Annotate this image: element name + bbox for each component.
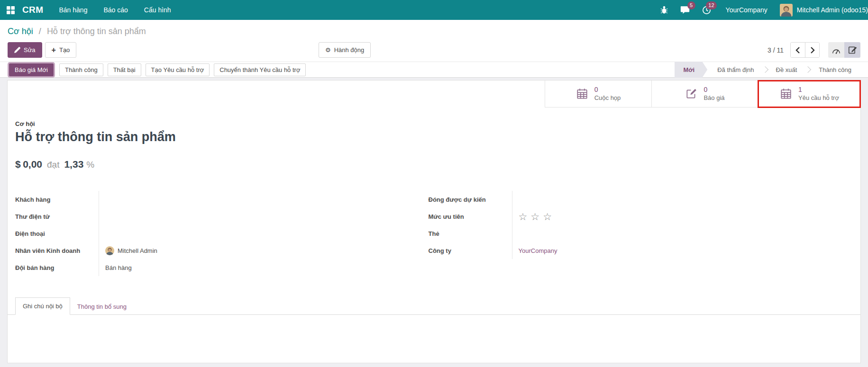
navbar-left: CRM Bán hàng Báo cáo Cấu hình (0, 0, 179, 20)
view-switcher (828, 42, 860, 58)
edit-note-icon (685, 88, 697, 100)
field-value-priority: ☆ ☆ ☆ (512, 208, 842, 225)
field-label-company: Công ty (429, 242, 512, 259)
company-switcher[interactable]: YourCompany (717, 6, 776, 14)
debug-button[interactable] (654, 0, 674, 20)
field-row: Thư điện tử (15, 208, 429, 225)
field-row: Điện thoại (15, 225, 429, 242)
activities-button[interactable]: 12 (696, 0, 717, 20)
apps-menu-button[interactable] (0, 0, 19, 20)
stat-helpdesk-value: 1 (798, 85, 839, 94)
statusbar-button-bao-gia-moi[interactable]: Báo giá Mới (9, 63, 54, 76)
field-value-salesperson: Mitchell Admin (99, 242, 429, 259)
gauge-icon (831, 46, 841, 54)
edit-button[interactable]: Sửa (8, 42, 42, 58)
pager-counter: 3 / 11 (767, 46, 784, 54)
field-row: Thẻ (429, 225, 842, 242)
action-menu-button[interactable]: ⚙ Hành động (319, 42, 371, 58)
breadcrumb-parent[interactable]: Cơ hội (8, 27, 33, 36)
field-value-customer (99, 191, 429, 208)
field-label-expected-closing: Đóng được dự kiến (429, 191, 512, 208)
stat-button-meetings[interactable]: 0 Cuộc họp (545, 81, 651, 107)
statusbar-button-that-bai[interactable]: Thất bại (108, 63, 141, 76)
field-label-tags: Thẻ (429, 225, 512, 242)
kanban-view-button[interactable] (828, 42, 844, 58)
menu-cau-hinh[interactable]: Cấu hình (136, 0, 179, 20)
field-row: Mức ưu tiên ☆ ☆ ☆ (429, 208, 842, 225)
pager-previous-button[interactable] (791, 43, 805, 57)
pager-next-button[interactable] (805, 43, 819, 57)
form-edit-icon (848, 46, 857, 54)
stage-da-tham-dinh[interactable]: Đã thẩm định (707, 62, 764, 78)
field-groups: Khách hàng Thư điện tử Điện thoại Nhân v… (8, 191, 860, 276)
field-label-email: Thư điện tử (15, 208, 99, 225)
revenue-amount: 0,00 (23, 159, 42, 170)
statusbar-button-tao-yeu-cau[interactable]: Tạo Yêu cầu hỗ trợ (146, 63, 210, 76)
company-link[interactable]: YourCompany (519, 247, 557, 254)
field-row: Đội bán hàng Bán hàng (15, 259, 429, 276)
app-name[interactable]: CRM (22, 5, 43, 15)
chevron-right-icon (810, 47, 815, 54)
currency-symbol: $ (15, 159, 21, 170)
form-page: 0 Cuộc họp 0 Báo giá (0, 78, 868, 367)
priority-stars: ☆ ☆ ☆ (519, 212, 552, 222)
user-name: Mitchell Admin (odoo15) (797, 6, 868, 14)
calendar-icon (780, 88, 792, 100)
stat-button-box: 0 Cuộc họp 0 Báo giá (545, 81, 860, 107)
apps-grid-icon (7, 6, 15, 14)
stat-button-quotations[interactable]: 0 Báo giá (651, 81, 758, 107)
stat-quotations-value: 0 (704, 85, 724, 94)
stage-moi-label: Mới (684, 66, 695, 73)
action-menu-label: Hành động (334, 46, 365, 54)
star-icon[interactable]: ☆ (530, 212, 539, 222)
stat-button-helpdesk[interactable]: 1 Yêu cầu hỗ trợ (758, 81, 860, 107)
stat-meetings-value: 0 (594, 85, 621, 94)
messages-button[interactable]: 5 (674, 0, 696, 20)
stage-thanh-cong[interactable]: Thành công (809, 62, 861, 78)
field-row: Đóng được dự kiến (429, 191, 842, 208)
form-sheet: 0 Cuộc họp 0 Báo giá (7, 80, 861, 363)
calendar-icon (576, 88, 588, 100)
tab-internal-notes[interactable]: Ghi chú nội bộ (15, 297, 70, 315)
stage-da-tham-dinh-label: Đã thẩm định (717, 66, 754, 73)
expected-revenue: $ 0,00 đạt 1,33 % (15, 159, 860, 170)
stat-quotations-label: Báo giá (704, 94, 724, 102)
breadcrumb-current: Hỗ trợ thông tin sản phẩm (47, 27, 146, 36)
stage-moi[interactable]: Mới (675, 62, 708, 78)
stage-de-xuat-label: Đề xuất (776, 66, 797, 73)
field-row: Khách hàng (15, 191, 429, 208)
chevron-left-icon (795, 47, 800, 54)
statusbar-button-chuyen-thanh-yeu-cau[interactable]: Chuyển thành Yêu cầu hỗ trợ (214, 63, 306, 76)
control-panel-buttons: Sửa + Tạo ⚙ Hành động 3 / 11 (8, 42, 860, 58)
gear-icon: ⚙ (325, 46, 331, 54)
field-label-phone: Điện thoại (15, 225, 99, 242)
stage-pipeline: Mới Đã thẩm định Đề xuất Thành công (675, 62, 868, 78)
menu-bao-cao[interactable]: Báo cáo (95, 0, 136, 20)
field-group-left: Khách hàng Thư điện tử Điện thoại Nhân v… (15, 191, 429, 276)
tab-extra-info[interactable]: Thông tin bổ sung (70, 298, 134, 315)
user-avatar (780, 4, 793, 17)
create-button[interactable]: + Tạo (45, 42, 77, 58)
field-value-tags (512, 225, 842, 242)
plus-icon: + (52, 46, 56, 54)
stage-thanh-cong-label: Thành công (819, 66, 851, 73)
bug-icon (660, 6, 668, 14)
activities-badge: 12 (706, 1, 716, 9)
crm-form-screen: CRM Bán hàng Báo cáo Cấu hình 5 12 (0, 0, 868, 367)
field-label-sales-team: Đội bán hàng (15, 259, 99, 276)
statusbar-button-thanh-cong[interactable]: Thành công (59, 63, 103, 76)
probability-value: 1,33 (64, 159, 83, 170)
stage-de-xuat[interactable]: Đề xuất (766, 62, 807, 78)
field-label-customer: Khách hàng (15, 191, 99, 208)
star-icon[interactable]: ☆ (543, 212, 552, 222)
menu-ban-hang[interactable]: Bán hàng (51, 0, 95, 20)
record-type-label: Cơ hội (15, 120, 860, 127)
user-menu[interactable]: Mitchell Admin (odoo15) (776, 4, 868, 17)
pager-buttons (790, 42, 820, 58)
stat-helpdesk-label: Yêu cầu hỗ trợ (798, 94, 839, 102)
stat-meetings-label: Cuộc họp (594, 94, 621, 102)
breadcrumb-divider: / (39, 27, 41, 36)
salesperson-name: Mitchell Admin (118, 247, 157, 254)
star-icon[interactable]: ☆ (519, 212, 528, 222)
form-view-button[interactable] (844, 42, 860, 58)
